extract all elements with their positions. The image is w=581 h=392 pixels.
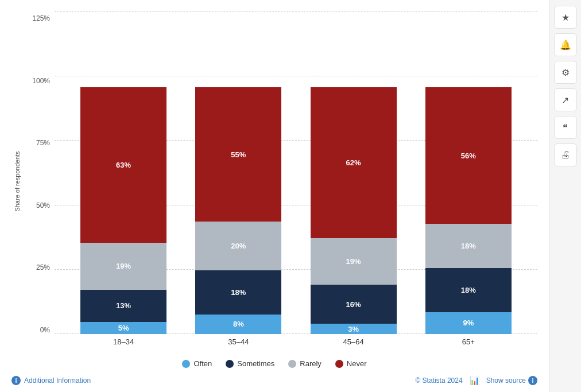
- info-icon: i: [11, 376, 21, 385]
- bar-segment-sometimes: 16%: [311, 285, 397, 324]
- additional-info-button[interactable]: i Additional Information: [11, 376, 91, 385]
- show-source-info-icon: i: [528, 376, 537, 385]
- chart-container: Share of respondents 0%25%50%75%100%125%…: [11, 11, 537, 351]
- legend-label-rarely: Rarely: [300, 359, 322, 368]
- print-button[interactable]: 🖨: [554, 143, 577, 166]
- bar-segment-never: 55%: [195, 87, 281, 222]
- bar-segment-sometimes: 18%: [425, 268, 512, 312]
- settings-button[interactable]: ⚙: [554, 61, 577, 84]
- y-axis-label: 125%: [23, 14, 55, 22]
- bars-row: 5%13%19%63%8%18%20%55%3%16%19%62%9%18%18…: [55, 11, 537, 334]
- legend-color-rarely: [288, 360, 296, 368]
- y-axis-label: 75%: [23, 139, 55, 147]
- y-axis: 0%25%50%75%100%125%: [23, 11, 55, 351]
- show-source-button[interactable]: Show source i: [486, 376, 537, 385]
- bar-segment-rarely: 19%: [80, 243, 166, 290]
- x-axis: 18–3435–4445–6465+: [55, 334, 537, 351]
- legend-color-never: [335, 360, 343, 368]
- statista-credit: © Statista 2024: [415, 377, 462, 385]
- bar-segment-often: 5%: [80, 322, 166, 335]
- bar-group: 8%18%20%55%: [195, 87, 281, 334]
- bar-group: 9%18%18%56%: [425, 87, 512, 334]
- cite-button[interactable]: ❝: [554, 116, 577, 139]
- legend: OftenSometimesRarelyNever: [11, 351, 537, 372]
- y-axis-label: 0%: [23, 326, 55, 334]
- grid-and-bars: 5%13%19%63%8%18%20%55%3%16%19%62%9%18%18…: [55, 11, 537, 351]
- bar-group: 5%13%19%63%: [80, 87, 166, 334]
- bar-segment-never: 63%: [80, 87, 166, 243]
- bar-segment-never: 56%: [425, 87, 512, 224]
- bar-segment-never: 62%: [311, 87, 397, 238]
- y-axis-label: 25%: [23, 263, 55, 271]
- bar-segment-sometimes: 13%: [80, 290, 166, 322]
- favorite-button[interactable]: ★: [554, 6, 577, 29]
- bar-segment-often: 3%: [311, 324, 397, 334]
- chart-inner: 5%13%19%63%8%18%20%55%3%16%19%62%9%18%18…: [55, 11, 537, 351]
- legend-item-rarely: Rarely: [288, 359, 322, 368]
- legend-color-sometimes: [226, 360, 234, 368]
- statista-logo-icon: 📊: [470, 376, 479, 385]
- legend-item-never: Never: [335, 359, 367, 368]
- show-source-label: Show source: [486, 377, 526, 385]
- legend-label-never: Never: [347, 359, 367, 368]
- x-axis-label: 18–34: [80, 334, 166, 351]
- x-axis-label: 45–64: [311, 334, 397, 351]
- footer: i Additional Information © Statista 2024…: [11, 372, 537, 386]
- y-axis-label: 50%: [23, 201, 55, 209]
- bar-segment-rarely: 19%: [311, 238, 397, 285]
- main-content: Share of respondents 0%25%50%75%100%125%…: [0, 0, 549, 392]
- x-axis-label: 35–44: [195, 334, 281, 351]
- additional-info-label: Additional Information: [24, 377, 91, 385]
- footer-right: © Statista 2024 📊 Show source i: [415, 376, 537, 385]
- share-button[interactable]: ↗: [554, 88, 577, 111]
- legend-label-often: Often: [193, 359, 212, 368]
- bar-segment-often: 8%: [195, 315, 281, 334]
- y-axis-title: Share of respondents: [14, 151, 21, 211]
- bar-segment-rarely: 20%: [195, 222, 281, 270]
- notification-button[interactable]: 🔔: [554, 33, 577, 56]
- x-axis-label: 65+: [425, 334, 512, 351]
- bar-group: 3%16%19%62%: [311, 87, 397, 334]
- legend-label-sometimes: Sometimes: [237, 359, 274, 368]
- bar-segment-often: 9%: [425, 312, 512, 334]
- legend-item-sometimes: Sometimes: [226, 359, 274, 368]
- chart-area: Share of respondents 0%25%50%75%100%125%…: [11, 11, 537, 386]
- bar-segment-rarely: 18%: [425, 224, 512, 268]
- bar-segment-sometimes: 18%: [195, 270, 281, 315]
- legend-item-often: Often: [182, 359, 212, 368]
- legend-color-often: [182, 360, 190, 368]
- sidebar: ★🔔⚙↗❝🖨: [549, 0, 581, 392]
- y-axis-label: 100%: [23, 77, 55, 85]
